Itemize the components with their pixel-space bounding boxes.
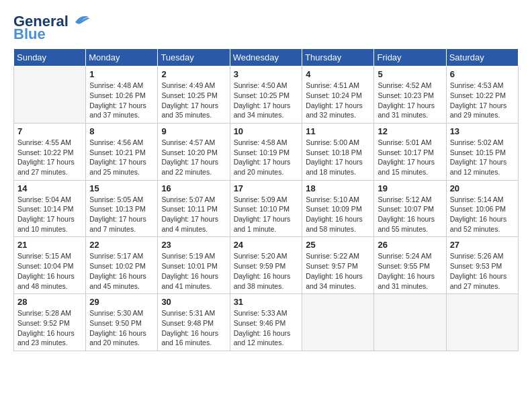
weekday-friday: Friday	[374, 49, 446, 66]
calendar-cell: 4Sunrise: 4:51 AM Sunset: 10:24 PM Dayli…	[302, 66, 374, 124]
day-info: Sunrise: 4:51 AM Sunset: 10:24 PM Daylig…	[306, 81, 370, 120]
day-number: 31	[234, 297, 299, 307]
day-number: 21	[17, 240, 82, 250]
calendar-cell: 14Sunrise: 5:04 AM Sunset: 10:14 PM Dayl…	[14, 180, 86, 237]
day-number: 6	[450, 69, 515, 79]
day-number: 22	[89, 240, 154, 250]
weekday-tuesday: Tuesday	[158, 49, 230, 66]
day-number: 20	[450, 183, 515, 193]
day-number: 7	[17, 126, 82, 136]
page-header: General Blue	[13, 13, 519, 42]
day-number: 30	[161, 297, 226, 307]
calendar-cell: 23Sunrise: 5:19 AM Sunset: 10:01 PM Dayl…	[158, 237, 230, 294]
calendar-table: SundayMondayTuesdayWednesdayThursdayFrid…	[13, 48, 519, 351]
day-number: 15	[89, 183, 154, 193]
day-info: Sunrise: 5:01 AM Sunset: 10:17 PM Daylig…	[378, 138, 442, 177]
calendar-cell: 30Sunrise: 5:31 AM Sunset: 9:48 PM Dayli…	[158, 294, 230, 351]
calendar-cell: 21Sunrise: 5:15 AM Sunset: 10:04 PM Dayl…	[14, 237, 86, 294]
day-number: 17	[234, 183, 299, 193]
day-info: Sunrise: 5:22 AM Sunset: 9:57 PM Dayligh…	[306, 251, 370, 291]
day-info: Sunrise: 4:56 AM Sunset: 10:21 PM Daylig…	[89, 138, 154, 177]
day-number: 26	[378, 240, 442, 250]
calendar-cell: 11Sunrise: 5:00 AM Sunset: 10:18 PM Dayl…	[302, 123, 374, 180]
calendar-cell: 2Sunrise: 4:49 AM Sunset: 10:25 PM Dayli…	[158, 66, 230, 124]
day-info: Sunrise: 4:52 AM Sunset: 10:23 PM Daylig…	[378, 81, 442, 120]
calendar-cell: 1Sunrise: 4:48 AM Sunset: 10:26 PM Dayli…	[86, 66, 158, 124]
day-info: Sunrise: 4:50 AM Sunset: 10:25 PM Daylig…	[234, 81, 299, 120]
calendar-cell: 19Sunrise: 5:12 AM Sunset: 10:07 PM Dayl…	[374, 180, 446, 237]
day-number: 14	[17, 183, 82, 193]
calendar-cell: 20Sunrise: 5:14 AM Sunset: 10:06 PM Dayl…	[446, 180, 518, 237]
day-number: 16	[161, 183, 226, 193]
calendar-cell: 8Sunrise: 4:56 AM Sunset: 10:21 PM Dayli…	[86, 123, 158, 180]
day-info: Sunrise: 5:28 AM Sunset: 9:52 PM Dayligh…	[17, 308, 82, 348]
day-info: Sunrise: 5:12 AM Sunset: 10:07 PM Daylig…	[378, 195, 442, 234]
calendar-cell: 29Sunrise: 5:30 AM Sunset: 9:50 PM Dayli…	[86, 294, 158, 351]
calendar-cell	[374, 294, 446, 351]
day-info: Sunrise: 5:30 AM Sunset: 9:50 PM Dayligh…	[89, 308, 154, 348]
day-info: Sunrise: 4:58 AM Sunset: 10:19 PM Daylig…	[234, 138, 299, 177]
calendar-body: 1Sunrise: 4:48 AM Sunset: 10:26 PM Dayli…	[14, 66, 519, 351]
logo-blue: Blue	[13, 26, 46, 42]
calendar-cell: 31Sunrise: 5:33 AM Sunset: 9:46 PM Dayli…	[230, 294, 302, 351]
day-info: Sunrise: 5:14 AM Sunset: 10:06 PM Daylig…	[450, 195, 515, 234]
day-info: Sunrise: 4:57 AM Sunset: 10:20 PM Daylig…	[161, 138, 226, 177]
day-info: Sunrise: 5:02 AM Sunset: 10:15 PM Daylig…	[450, 138, 515, 177]
day-info: Sunrise: 4:55 AM Sunset: 10:22 PM Daylig…	[17, 138, 82, 177]
day-number: 12	[378, 126, 442, 136]
calendar-cell: 18Sunrise: 5:10 AM Sunset: 10:09 PM Dayl…	[302, 180, 374, 237]
day-info: Sunrise: 5:33 AM Sunset: 9:46 PM Dayligh…	[234, 308, 299, 348]
day-info: Sunrise: 5:09 AM Sunset: 10:10 PM Daylig…	[234, 195, 299, 234]
calendar-cell: 7Sunrise: 4:55 AM Sunset: 10:22 PM Dayli…	[14, 123, 86, 180]
day-info: Sunrise: 5:04 AM Sunset: 10:14 PM Daylig…	[17, 195, 82, 234]
calendar-cell: 17Sunrise: 5:09 AM Sunset: 10:10 PM Dayl…	[230, 180, 302, 237]
week-row-1: 1Sunrise: 4:48 AM Sunset: 10:26 PM Dayli…	[14, 66, 519, 124]
day-info: Sunrise: 5:26 AM Sunset: 9:53 PM Dayligh…	[450, 251, 515, 291]
calendar-cell: 6Sunrise: 4:53 AM Sunset: 10:22 PM Dayli…	[446, 66, 518, 124]
day-number: 28	[17, 297, 82, 307]
calendar-cell: 10Sunrise: 4:58 AM Sunset: 10:19 PM Dayl…	[230, 123, 302, 180]
day-number: 9	[161, 126, 226, 136]
calendar-cell: 24Sunrise: 5:20 AM Sunset: 9:59 PM Dayli…	[230, 237, 302, 294]
calendar-cell	[14, 66, 86, 124]
weekday-sunday: Sunday	[14, 49, 86, 66]
day-info: Sunrise: 5:15 AM Sunset: 10:04 PM Daylig…	[17, 251, 82, 291]
calendar-cell: 3Sunrise: 4:50 AM Sunset: 10:25 PM Dayli…	[230, 66, 302, 124]
weekday-row: SundayMondayTuesdayWednesdayThursdayFrid…	[14, 49, 519, 66]
weekday-thursday: Thursday	[302, 49, 374, 66]
week-row-3: 14Sunrise: 5:04 AM Sunset: 10:14 PM Dayl…	[14, 180, 519, 237]
day-number: 11	[306, 126, 370, 136]
logo: General Blue	[13, 13, 91, 42]
week-row-5: 28Sunrise: 5:28 AM Sunset: 9:52 PM Dayli…	[14, 294, 519, 351]
calendar-cell	[302, 294, 374, 351]
day-number: 24	[234, 240, 299, 250]
calendar-cell: 9Sunrise: 4:57 AM Sunset: 10:20 PM Dayli…	[158, 123, 230, 180]
day-number: 1	[89, 69, 154, 79]
calendar-cell: 15Sunrise: 5:05 AM Sunset: 10:13 PM Dayl…	[86, 180, 158, 237]
day-number: 2	[161, 69, 226, 79]
day-number: 18	[306, 183, 370, 193]
weekday-wednesday: Wednesday	[230, 49, 302, 66]
day-number: 13	[450, 126, 515, 136]
day-number: 25	[306, 240, 370, 250]
day-info: Sunrise: 5:24 AM Sunset: 9:55 PM Dayligh…	[378, 251, 442, 291]
calendar-cell: 25Sunrise: 5:22 AM Sunset: 9:57 PM Dayli…	[302, 237, 374, 294]
day-number: 5	[378, 69, 442, 79]
day-info: Sunrise: 5:05 AM Sunset: 10:13 PM Daylig…	[89, 195, 154, 234]
day-info: Sunrise: 5:19 AM Sunset: 10:01 PM Daylig…	[161, 251, 226, 291]
day-info: Sunrise: 5:10 AM Sunset: 10:09 PM Daylig…	[306, 195, 370, 234]
day-info: Sunrise: 5:31 AM Sunset: 9:48 PM Dayligh…	[161, 308, 226, 348]
calendar-cell: 16Sunrise: 5:07 AM Sunset: 10:11 PM Dayl…	[158, 180, 230, 237]
week-row-4: 21Sunrise: 5:15 AM Sunset: 10:04 PM Dayl…	[14, 237, 519, 294]
day-number: 8	[89, 126, 154, 136]
day-number: 4	[306, 69, 370, 79]
calendar-cell: 28Sunrise: 5:28 AM Sunset: 9:52 PM Dayli…	[14, 294, 86, 351]
day-info: Sunrise: 5:20 AM Sunset: 9:59 PM Dayligh…	[234, 251, 299, 291]
day-number: 23	[161, 240, 226, 250]
calendar-cell: 13Sunrise: 5:02 AM Sunset: 10:15 PM Dayl…	[446, 123, 518, 180]
day-info: Sunrise: 4:48 AM Sunset: 10:26 PM Daylig…	[89, 81, 154, 120]
day-info: Sunrise: 5:17 AM Sunset: 10:02 PM Daylig…	[89, 251, 154, 291]
calendar-header: SundayMondayTuesdayWednesdayThursdayFrid…	[14, 49, 519, 66]
day-number: 10	[234, 126, 299, 136]
calendar-cell: 5Sunrise: 4:52 AM Sunset: 10:23 PM Dayli…	[374, 66, 446, 124]
